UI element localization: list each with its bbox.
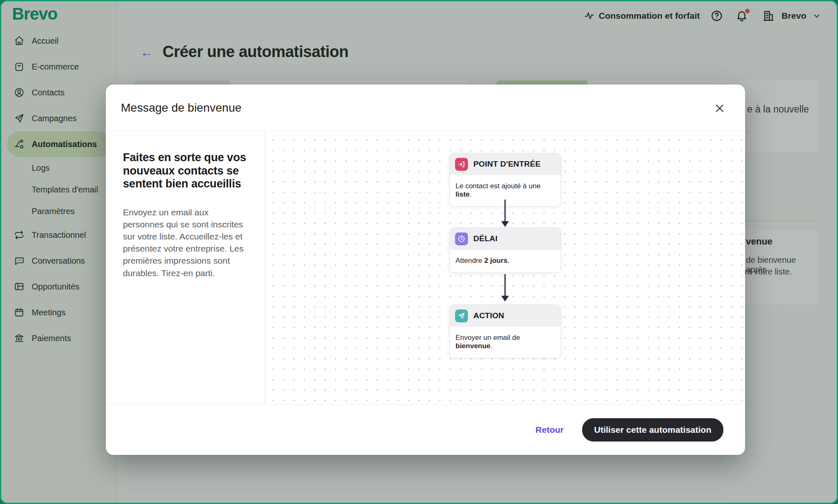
modal-header: Message de bienvenue bbox=[106, 85, 745, 131]
flow-step-header: ACTION bbox=[450, 305, 560, 327]
flow-step-label: ACTION bbox=[473, 311, 504, 320]
modal-body: Faites en sorte que vos nouveaux contact… bbox=[106, 132, 745, 404]
flow-step-label: POINT D'ENTRÉE bbox=[473, 160, 540, 169]
connector-arrow bbox=[499, 274, 511, 302]
flow-step-action[interactable]: ACTION Envoyer un email de bienvenue. bbox=[449, 304, 561, 358]
entry-icon bbox=[455, 158, 468, 171]
flow-step-description: Attendre 2 jours. bbox=[450, 250, 560, 272]
intro-body: Envoyez un email aux personnes qui se so… bbox=[123, 206, 249, 279]
retour-button[interactable]: Retour bbox=[535, 425, 564, 435]
paper-plane-icon bbox=[455, 309, 468, 322]
use-automation-button[interactable]: Utiliser cette automatisation bbox=[582, 418, 723, 442]
flow-step-label: DÉLAI bbox=[473, 234, 498, 243]
flow-step-delay[interactable]: DÉLAI Attendre 2 jours. bbox=[449, 227, 561, 273]
modal-footer: Retour Utiliser cette automatisation bbox=[106, 404, 745, 455]
welcome-message-modal: Message de bienvenue Faites en sorte que… bbox=[106, 85, 745, 455]
connector-arrow bbox=[499, 200, 511, 227]
close-button[interactable] bbox=[713, 101, 727, 115]
modal-title: Message de bienvenue bbox=[121, 101, 242, 115]
flow-step-description: Envoyer un email de bienvenue. bbox=[450, 327, 560, 358]
intro-pane: Faites en sorte que vos nouveaux contact… bbox=[106, 132, 265, 404]
close-icon bbox=[714, 103, 725, 114]
app-window: Brevo Accueil E-commerce Contacts Campag… bbox=[0, 0, 838, 504]
flow-step-entry-point[interactable]: POINT D'ENTRÉE Le contact est ajouté à u… bbox=[449, 153, 561, 207]
clock-icon bbox=[455, 232, 468, 245]
flow-step-header: POINT D'ENTRÉE bbox=[450, 153, 560, 175]
intro-heading: Faites en sorte que vos nouveaux contact… bbox=[123, 151, 249, 191]
flow-step-header: DÉLAI bbox=[450, 228, 560, 250]
automation-canvas[interactable]: POINT D'ENTRÉE Le contact est ajouté à u… bbox=[265, 132, 745, 404]
screenshot-stage: Brevo Accueil E-commerce Contacts Campag… bbox=[0, 0, 838, 504]
